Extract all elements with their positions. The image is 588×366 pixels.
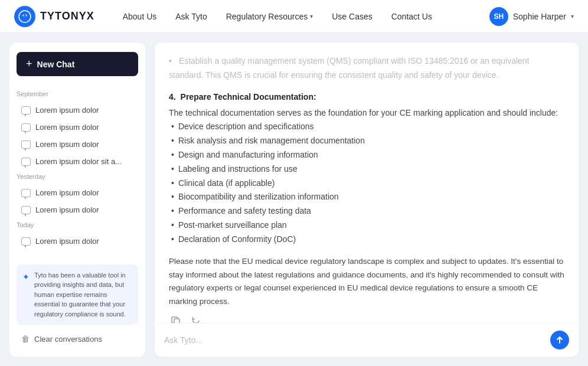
logo[interactable]: TYTONYX [14, 6, 94, 27]
nav-use-cases[interactable]: Use Cases [332, 12, 372, 21]
section-label-yesterday: Yesterday [17, 173, 138, 180]
nav-regulatory-resources[interactable]: Regulatory Resources ▾ [226, 12, 313, 21]
logo-icon [14, 6, 35, 27]
faded-text: Establish a quality management system (Q… [169, 56, 530, 80]
list-item: Biocompatibility and sterilization infor… [169, 190, 564, 204]
chat-item-label: Lorem ipsum dolor sit a... [35, 157, 122, 166]
list-item[interactable]: Lorem ipsum dolor [17, 233, 138, 249]
chat-item-label: Lorem ipsum dolor [35, 188, 99, 197]
list-item: Design and manufacturing information [169, 148, 564, 162]
chat-icon [21, 237, 31, 246]
chat-item-label: Lorem ipsum dolor [35, 106, 99, 115]
faded-message: • Establish a quality management system … [169, 54, 564, 83]
section4-heading: 4. Prepare Technical Documentation: [169, 92, 564, 102]
section-label-today: Today [17, 221, 138, 228]
svg-point-1 [24, 14, 26, 17]
clear-conversations-button[interactable]: 🗑 Clear conversations [17, 331, 138, 347]
list-item[interactable]: Lorem ipsum dolor [17, 136, 138, 152]
navbar: TYTONYX About Us Ask Tyto Regulatory Res… [0, 0, 588, 33]
message-actions [169, 315, 564, 323]
chat-item-label: Lorem ipsum dolor [35, 205, 99, 214]
nav-about-us[interactable]: About Us [123, 12, 157, 21]
nav-contact-us[interactable]: Contact Us [391, 12, 432, 21]
list-item[interactable]: Lorem ipsum dolor [17, 185, 138, 201]
section4-bullets: Device description and specifications Ri… [169, 120, 564, 246]
list-item[interactable]: Lorem ipsum dolor sit a... [17, 153, 138, 169]
list-item: Post-market surveillance plan [169, 218, 564, 233]
chevron-down-icon: ▾ [310, 13, 313, 19]
chat-item-label: Lorem ipsum dolor [35, 123, 99, 132]
chat-icon [21, 123, 31, 132]
plus-icon: + [26, 58, 32, 70]
content-area: • Establish a quality management system … [155, 43, 579, 357]
chat-icon [21, 206, 31, 214]
avatar: SH [489, 7, 508, 26]
note-text: Please note that the EU medical device r… [169, 255, 564, 309]
list-item: Risk analysis and risk management docume… [169, 134, 564, 148]
trash-icon: 🗑 [21, 334, 30, 344]
chat-messages: • Establish a quality management system … [155, 43, 579, 323]
info-icon: ✦ [22, 271, 30, 283]
user-menu[interactable]: SH Sophie Harper ▾ [489, 7, 574, 26]
list-item: Declaration of Conformity (DoC) [169, 233, 564, 247]
chat-icon [21, 106, 31, 115]
logo-text: TYTONYX [40, 10, 94, 22]
chat-icon [21, 158, 31, 166]
list-item[interactable]: Lorem ipsum dolor [17, 119, 138, 135]
chat-input[interactable] [164, 335, 544, 345]
sidebar: + New Chat September Lorem ipsum dolor L… [9, 43, 145, 357]
list-item: Performance and safety testing data [169, 204, 564, 218]
chat-icon [21, 189, 31, 197]
list-item: Device description and specifications [169, 120, 564, 134]
list-item[interactable]: Lorem ipsum dolor [17, 102, 138, 118]
list-item: Labeling and instructions for use [169, 162, 564, 177]
nav-ask-tyto[interactable]: Ask Tyto [175, 12, 207, 21]
nav-links: About Us Ask Tyto Regulatory Resources ▾… [123, 12, 489, 21]
copy-button[interactable] [169, 315, 183, 323]
section-label-september: September [17, 90, 138, 97]
main-layout: + New Chat September Lorem ipsum dolor L… [0, 33, 588, 366]
list-item[interactable]: Lorem ipsum dolor [17, 202, 138, 218]
chat-item-label: Lorem ipsum dolor [35, 237, 99, 246]
input-area [155, 323, 579, 357]
send-button[interactable] [550, 331, 569, 349]
list-item: Clinical data (if applicable) [169, 177, 564, 191]
section4-intro: The technical documentation serves as th… [169, 106, 564, 120]
disclaimer-box: ✦ Tyto has been a valuable tool in provi… [17, 264, 138, 325]
user-chevron-icon: ▾ [571, 13, 574, 19]
svg-rect-2 [174, 319, 179, 323]
refresh-button[interactable] [189, 315, 203, 323]
chat-icon [21, 140, 31, 149]
clear-conversations-label: Clear conversations [34, 335, 102, 344]
new-chat-button[interactable]: + New Chat [17, 52, 138, 76]
chat-item-label: Lorem ipsum dolor [35, 140, 99, 149]
disclaimer-text: Tyto has been a valuable tool in providi… [34, 270, 132, 319]
user-name: Sophie Harper [513, 12, 566, 21]
